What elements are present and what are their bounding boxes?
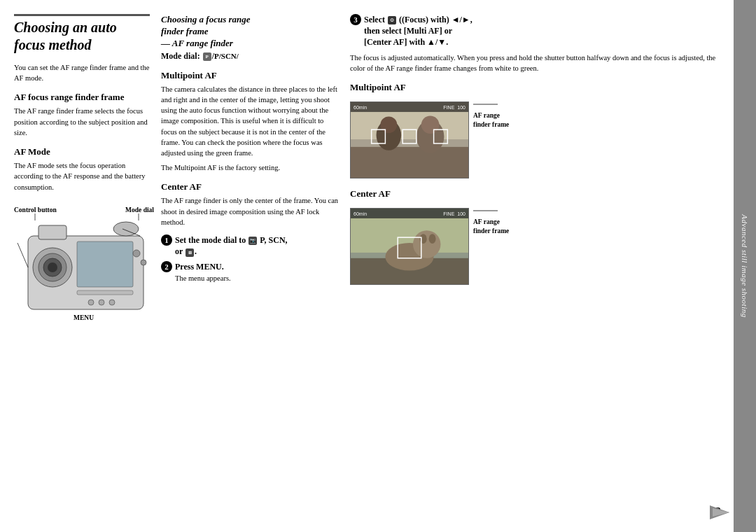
- svg-point-22: [380, 116, 397, 133]
- multipoint-photo-row: 60min FINE 100: [350, 97, 722, 178]
- af-focus-range-title: AF focus range finder frame: [14, 92, 150, 103]
- column-2: Choosing a focus range finder frame — AF…: [161, 14, 350, 518]
- multipoint-photo-label: Multipoint AF: [350, 82, 722, 93]
- multipoint-af-section: Multipoint AF 60min FINE 100: [350, 82, 722, 178]
- step-1-content: Set the mode dial to 📷 P, SCN, or ⊞.: [175, 234, 339, 257]
- photo-statusbar-2: 60min FINE 100: [351, 209, 468, 218]
- svg-point-24: [421, 115, 440, 134]
- multipoint-af-text: The camera calculates the distance in th…: [161, 84, 339, 159]
- multipoint-af-label-container: AF range finder frame: [473, 97, 509, 130]
- center-photo-row: 60min FINE 100: [350, 204, 722, 285]
- step-3-num: 3: [350, 14, 361, 25]
- af-range-label-1a: AF range: [473, 111, 509, 120]
- af-range-label-1b: finder frame: [473, 120, 509, 130]
- camera-icon-inline: P: [203, 52, 211, 61]
- step-2-num: 2: [161, 261, 172, 272]
- step-2-title: Press MENU.: [175, 262, 224, 272]
- svg-point-33: [413, 230, 441, 258]
- step-1-num: 1: [161, 234, 172, 246]
- main-title: Choosing an auto focus method: [14, 14, 150, 54]
- svg-point-11: [99, 300, 104, 305]
- camera-diagram: Control button Mode dial: [14, 200, 150, 321]
- step-2: 2 Press MENU. The menu appears.: [161, 261, 339, 283]
- focus-icon: ⊙: [388, 16, 396, 24]
- step-3-body: The focus is adjusted automatically. Whe…: [350, 52, 722, 74]
- side-tab: Advanced still image shooting: [734, 0, 756, 532]
- main-content: Choosing an auto focus method You can se…: [14, 14, 756, 518]
- column-1: Choosing an auto focus method You can se…: [14, 14, 161, 518]
- camera-svg: [14, 215, 154, 320]
- af-range-label-2a: AF range: [473, 218, 509, 227]
- center-af-text: The AF range finder is only the center o…: [161, 195, 339, 227]
- step-2-content: Press MENU. The menu appears.: [175, 261, 339, 283]
- af-mode-text: The AF mode sets the focus operation acc…: [14, 160, 150, 192]
- af-range-label-2b: finder frame: [473, 227, 509, 236]
- multipoint-af-title: Multipoint AF: [161, 70, 339, 81]
- intro-text: You can set the AF range finder frame an…: [14, 62, 150, 83]
- center-af-title: Center AF: [161, 181, 339, 192]
- leader-lines-top: [14, 210, 154, 224]
- page: Advanced still image shooting Choosing a…: [0, 0, 756, 532]
- multipoint-photo-svg: [351, 102, 468, 178]
- svg-point-34: [429, 234, 436, 244]
- step-1: 1 Set the mode dial to 📷 P, SCN, or ⊞.: [161, 234, 339, 257]
- step-3-title: Select ⊙ ((Focus) with) ◄/►, then select…: [364, 15, 472, 47]
- svg-rect-20: [351, 147, 468, 178]
- svg-point-10: [88, 300, 94, 305]
- next-arrow-svg: [710, 505, 729, 519]
- step-2-body: The menu appears.: [175, 274, 231, 282]
- step-1-title: Set the mode dial to 📷 P, SCN, or ⊞.: [175, 235, 288, 256]
- side-tab-text: Advanced still image shooting: [741, 214, 749, 317]
- svg-rect-19: [351, 111, 468, 139]
- center-photo-svg: [351, 209, 468, 284]
- center-photo-label: Center AF: [350, 188, 722, 200]
- center-af-section: Center AF 60min FINE 100: [350, 188, 722, 285]
- svg-rect-1: [38, 225, 66, 239]
- multipoint-arrow: [473, 97, 501, 111]
- multipoint-af-footer: The Multipoint AF is the factory setting…: [161, 162, 339, 173]
- svg-point-12: [109, 300, 115, 305]
- photo-statusbar-1: 60min FINE 100: [351, 102, 468, 112]
- svg-point-5: [48, 262, 57, 272]
- step-3-content: Select ⊙ ((Focus) with) ◄/►, then select…: [364, 14, 722, 48]
- step-3: 3 Select ⊙ ((Focus) with) ◄/►, then sele…: [350, 14, 722, 48]
- svg-point-8: [141, 260, 146, 265]
- svg-point-7: [133, 250, 140, 257]
- col2-header: Choosing a focus range finder frame — AF…: [161, 14, 339, 50]
- center-photo: 60min FINE 100: [350, 208, 469, 285]
- svg-rect-9: [77, 290, 133, 295]
- next-arrow: [710, 505, 729, 521]
- af-focus-range-text: The AF range finder frame selects the fo…: [14, 106, 150, 138]
- multipoint-photo: 60min FINE 100: [350, 102, 469, 178]
- center-af-label-container: AF range finder frame: [473, 204, 509, 237]
- menu-label: MENU: [74, 314, 175, 321]
- column-3: 3 Select ⊙ ((Focus) with) ◄/►, then sele…: [350, 14, 728, 518]
- svg-line-14: [18, 243, 28, 267]
- svg-rect-6: [77, 241, 133, 287]
- center-arrow: [473, 204, 501, 218]
- af-mode-title: AF Mode: [14, 146, 150, 158]
- grid-icon: ⊞: [186, 248, 194, 257]
- mode-dial-line: Mode dial: P/P/SCN/: [161, 51, 339, 62]
- camera-p-icon: 📷: [248, 237, 257, 245]
